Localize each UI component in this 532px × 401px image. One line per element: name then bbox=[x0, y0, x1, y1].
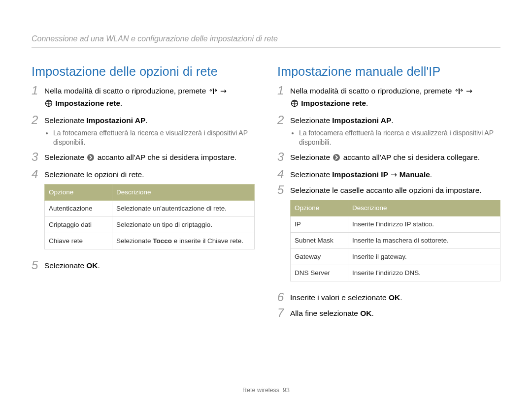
chevron-circle-icon bbox=[332, 154, 340, 164]
table-header-row: Opzione Descrizione bbox=[291, 200, 500, 216]
step-body: Selezionate Impostazioni IP → Manuale. bbox=[290, 169, 500, 180]
table-header-description: Descrizione bbox=[348, 200, 500, 216]
step-bold: Impostazioni IP bbox=[332, 170, 388, 179]
cell-text: Selezionate bbox=[116, 237, 153, 245]
ok-label: OK bbox=[389, 293, 400, 302]
table-cell-option: Criptaggio dati bbox=[45, 217, 112, 233]
table-header-option: Opzione bbox=[291, 200, 348, 216]
table-cell-option: Gateway bbox=[291, 249, 348, 265]
table-cell-option: Chiave rete bbox=[45, 233, 112, 249]
step-text: . bbox=[145, 116, 147, 124]
table-header-description: Descrizione bbox=[112, 185, 255, 201]
svg-point-7 bbox=[333, 154, 340, 161]
step-bullet-list: La fotocamera effettuerà la ricerca e vi… bbox=[299, 128, 500, 147]
step-text: Inserite i valori e selezionate bbox=[290, 293, 389, 302]
step-text: Selezionate le opzioni di rete. bbox=[44, 170, 144, 179]
step-body: Selezionate Impostazioni AP. La fotocame… bbox=[44, 115, 255, 147]
table-row: Gateway Inserite il gateway. bbox=[291, 249, 500, 265]
manual-page: Connessione ad una WLAN e configurazione… bbox=[0, 0, 532, 324]
table-cell-description: Selezionate Tocco e inserite il Chiave r… bbox=[112, 233, 255, 249]
step-item: 1 Nella modalità di scatto o riproduzion… bbox=[32, 86, 255, 110]
table-cell-option: IP bbox=[291, 216, 348, 233]
table-cell-description: Inserite l'indirizzo IP statico. bbox=[348, 216, 500, 233]
ok-label: OK bbox=[86, 261, 98, 270]
step-text: . bbox=[391, 116, 393, 124]
bullet-item: La fotocamera effettuerà la ricerca e vi… bbox=[53, 128, 255, 147]
step-text: Selezionate bbox=[290, 116, 332, 124]
step-item: 6 Inserite i valori e selezionate OK. bbox=[277, 292, 500, 303]
step-body: Nella modalità di scatto o riproduzione,… bbox=[44, 86, 255, 110]
step-number: 2 bbox=[32, 114, 44, 147]
right-step-list: 1 Nella modalità di scatto o riproduzion… bbox=[277, 86, 500, 319]
step-number: 1 bbox=[32, 85, 44, 110]
step-body: Selezionate le opzioni di rete. Opzione … bbox=[44, 169, 255, 255]
ok-label: OK bbox=[360, 309, 371, 317]
chevron-circle-icon bbox=[87, 154, 95, 164]
step-body: Nella modalità di scatto o riproduzione,… bbox=[290, 86, 500, 110]
step-item: 4 Selezionate le opzioni di rete. Opzion… bbox=[32, 169, 255, 255]
table-cell-option: Subnet Mask bbox=[291, 233, 348, 249]
step-text: accanto all'AP che si desidera collegare… bbox=[343, 153, 480, 161]
arrow-text: → bbox=[388, 170, 399, 179]
wifi-icon bbox=[209, 87, 218, 98]
left-section-title: Impostazione delle opzioni di rete bbox=[32, 64, 255, 79]
footer-section: Rete wireless bbox=[242, 387, 279, 394]
step-text: Selezionate bbox=[290, 153, 332, 161]
step-text: . bbox=[98, 261, 100, 270]
step-text: Nella modalità di scatto o riproduzione,… bbox=[290, 87, 454, 95]
table-cell-description: Selezionate un'autenticazione di rete. bbox=[112, 201, 255, 217]
arrow-text: → bbox=[220, 87, 227, 95]
step-body: Selezionate le caselle accanto alle opzi… bbox=[290, 185, 500, 287]
step-bold: Manuale bbox=[399, 170, 430, 179]
table-row: Subnet Mask Inserite la maschera di sott… bbox=[291, 233, 500, 249]
table-cell-description: Inserite l'indirizzo DNS. bbox=[348, 265, 500, 281]
step-number: 6 bbox=[277, 291, 290, 303]
two-column-layout: Impostazione delle opzioni di rete 1 Nel… bbox=[32, 64, 500, 324]
step-number: 5 bbox=[277, 184, 290, 287]
step-bold: Impostazione rete bbox=[301, 99, 366, 107]
step-item: 2 Selezionate Impostazioni AP. La fotoca… bbox=[277, 115, 500, 147]
step-text: Selezionate bbox=[290, 170, 332, 179]
step-item: 3 Selezionate accanto all'AP che si desi… bbox=[32, 152, 255, 164]
table-row: Chiave rete Selezionate Tocco e inserite… bbox=[45, 233, 255, 249]
svg-rect-0 bbox=[213, 90, 214, 94]
step-body: Inserite i valori e selezionate OK. bbox=[290, 292, 500, 303]
step-body: Selezionate accanto all'AP che si deside… bbox=[44, 152, 255, 164]
step-bold: Impostazioni AP bbox=[86, 116, 145, 124]
step-text: . bbox=[400, 293, 402, 302]
globe-icon bbox=[45, 99, 53, 110]
right-section-title: Impostazione manuale dell'IP bbox=[277, 64, 500, 79]
step-item: 5 Selezionate le caselle accanto alle op… bbox=[277, 185, 500, 287]
right-column: Impostazione manuale dell'IP 1 Nella mod… bbox=[277, 64, 500, 324]
step-number: 5 bbox=[32, 259, 44, 271]
table-header-option: Opzione bbox=[45, 185, 112, 201]
arrow-text: → bbox=[466, 87, 472, 95]
step-text: Alla fine selezionate bbox=[290, 309, 360, 317]
table-row: DNS Server Inserite l'indirizzo DNS. bbox=[291, 265, 500, 281]
svg-point-5 bbox=[458, 89, 460, 90]
bullet-item: La fotocamera effettuerà la ricerca e vi… bbox=[299, 128, 500, 147]
table-cell-description: Selezionate un tipo di criptaggio. bbox=[112, 217, 255, 233]
step-body: Selezionate OK. bbox=[44, 260, 255, 271]
cell-bold: Tocco bbox=[153, 237, 172, 245]
options-table: Opzione Descrizione Autenticazione Selez… bbox=[44, 184, 255, 249]
table-cell-description: Inserite il gateway. bbox=[348, 249, 500, 265]
step-text: . bbox=[371, 309, 373, 317]
left-column: Impostazione delle opzioni di rete 1 Nel… bbox=[32, 64, 255, 324]
step-text: Selezionate le caselle accanto alle opzi… bbox=[290, 186, 482, 194]
step-body: Selezionate Impostazioni AP. La fotocame… bbox=[290, 115, 500, 147]
step-item: 2 Selezionate Impostazioni AP. La fotoca… bbox=[32, 115, 255, 147]
step-number: 4 bbox=[32, 168, 44, 255]
step-item: 3 Selezionate accanto all'AP che si desi… bbox=[277, 152, 500, 164]
step-bold: Impostazione rete bbox=[55, 99, 120, 107]
step-item: 4 Selezionate Impostazioni IP → Manuale. bbox=[277, 169, 500, 180]
globe-icon bbox=[291, 99, 299, 110]
table-cell-option: DNS Server bbox=[291, 265, 348, 281]
step-number: 4 bbox=[277, 168, 290, 180]
table-row: Criptaggio dati Selezionate un tipo di c… bbox=[45, 217, 255, 233]
table-row: IP Inserite l'indirizzo IP statico. bbox=[291, 216, 500, 233]
step-bullet-list: La fotocamera effettuerà la ricerca e vi… bbox=[53, 128, 255, 147]
step-text: Selezionate bbox=[44, 153, 86, 161]
page-header: Connessione ad una WLAN e configurazione… bbox=[32, 34, 500, 48]
step-number: 3 bbox=[277, 151, 290, 164]
